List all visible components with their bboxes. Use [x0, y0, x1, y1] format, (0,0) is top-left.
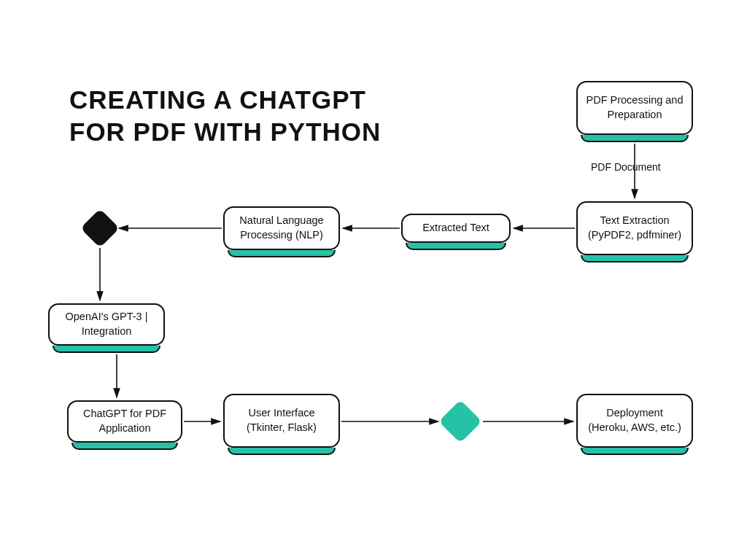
diamond-decision-black [80, 209, 120, 248]
node-text-extraction: Text Extraction (PyPDF2, pdfminer) [576, 201, 693, 255]
node-text-extraction-shadow [581, 255, 689, 262]
node-nlp: Natural Language Processing (NLP) [223, 206, 340, 250]
node-nlp-shadow [228, 250, 336, 257]
node-deployment: Deployment (Heroku, AWS, etc.) [576, 394, 693, 448]
node-pdf-processing-shadow [581, 135, 689, 142]
node-gpt3-integration: OpenAI's GPT-3 | Integration [48, 303, 165, 346]
node-app-shadow [71, 443, 178, 450]
node-pdf-processing: PDF Processing and Preparation [576, 81, 693, 135]
node-deployment-shadow [581, 448, 689, 455]
node-ui: User Interface (Tkinter, Flask) [223, 394, 340, 448]
node-app: ChatGPT for PDF Application [67, 400, 182, 443]
diagram-title: CREATING A CHATGPTFOR PDF WITH PYTHON [69, 84, 381, 148]
node-extracted-text-shadow [406, 243, 506, 250]
diamond-decision-teal [438, 400, 481, 443]
node-ui-shadow [228, 448, 336, 455]
node-gpt3-integration-shadow [53, 346, 160, 353]
node-extracted-text: Extracted Text [401, 214, 511, 243]
edge-label-pdf-document: PDF Document [591, 161, 661, 173]
